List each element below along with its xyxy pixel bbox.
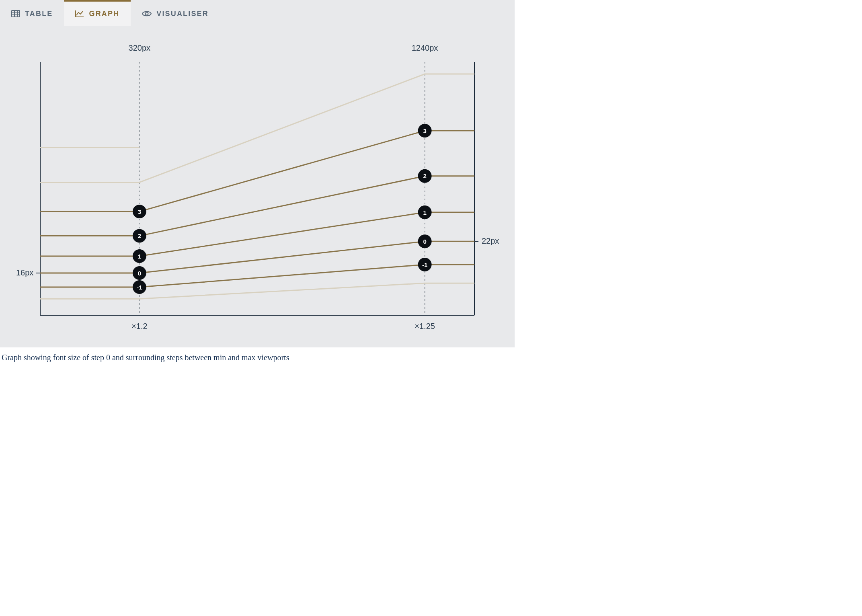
svg-text:2: 2	[138, 232, 141, 239]
svg-text:1: 1	[423, 209, 426, 216]
svg-text:-1: -1	[137, 284, 142, 291]
svg-text:22px: 22px	[482, 236, 499, 245]
tab-label: TABLE	[25, 10, 53, 18]
svg-point-5	[146, 12, 148, 15]
chart-panel: TABLE GRAPH VISUALISER 320px1240px×1.2×1…	[0, 0, 515, 347]
chart-area: 320px1240px×1.2×1.2516px22px33221100-1-1	[0, 26, 515, 347]
svg-text:16px: 16px	[16, 268, 33, 277]
svg-text:×1.25: ×1.25	[415, 322, 435, 331]
eye-icon	[142, 10, 152, 17]
svg-text:-1: -1	[422, 261, 427, 268]
tab-visualiser[interactable]: VISUALISER	[131, 0, 220, 26]
tab-graph[interactable]: GRAPH	[64, 0, 131, 26]
svg-text:1: 1	[138, 253, 141, 260]
chart-caption: Graph showing font size of step 0 and su…	[0, 347, 515, 362]
tab-table[interactable]: TABLE	[0, 0, 64, 26]
svg-text:1240px: 1240px	[412, 43, 438, 52]
table-icon	[11, 10, 20, 17]
svg-rect-0	[12, 10, 20, 17]
svg-text:×1.2: ×1.2	[131, 322, 147, 331]
svg-text:320px: 320px	[129, 43, 151, 52]
tabs: TABLE GRAPH VISUALISER	[0, 0, 515, 26]
graph-icon	[75, 10, 84, 17]
tab-label: GRAPH	[89, 10, 119, 18]
svg-text:0: 0	[138, 270, 141, 277]
svg-text:2: 2	[423, 172, 426, 179]
svg-text:0: 0	[423, 238, 426, 245]
tab-label: VISUALISER	[156, 10, 209, 18]
svg-text:3: 3	[423, 127, 426, 134]
svg-text:3: 3	[138, 208, 141, 215]
